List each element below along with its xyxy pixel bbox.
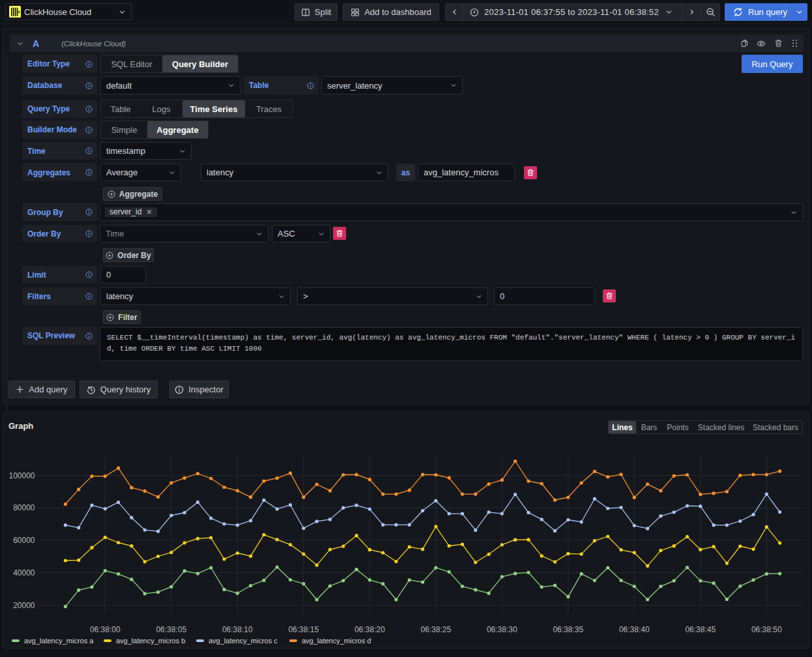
- svg-text:80000: 80000: [13, 503, 35, 512]
- svg-text:06:38:40: 06:38:40: [619, 625, 650, 634]
- svg-text:06:38:10: 06:38:10: [222, 625, 253, 634]
- svg-text:06:38:20: 06:38:20: [355, 625, 385, 634]
- svg-text:06:38:35: 06:38:35: [553, 625, 583, 634]
- svg-text:06:38:05: 06:38:05: [156, 625, 186, 634]
- svg-text:100000: 100000: [8, 471, 35, 480]
- svg-text:06:38:25: 06:38:25: [420, 625, 451, 634]
- svg-text:06:38:50: 06:38:50: [751, 625, 782, 634]
- svg-text:06:38:15: 06:38:15: [288, 625, 319, 634]
- svg-text:06:38:30: 06:38:30: [487, 625, 517, 634]
- svg-text:06:38:00: 06:38:00: [90, 625, 121, 634]
- svg-text:20000: 20000: [13, 601, 35, 610]
- svg-text:40000: 40000: [13, 568, 35, 577]
- svg-text:06:38:45: 06:38:45: [685, 625, 716, 634]
- svg-text:60000: 60000: [13, 536, 35, 545]
